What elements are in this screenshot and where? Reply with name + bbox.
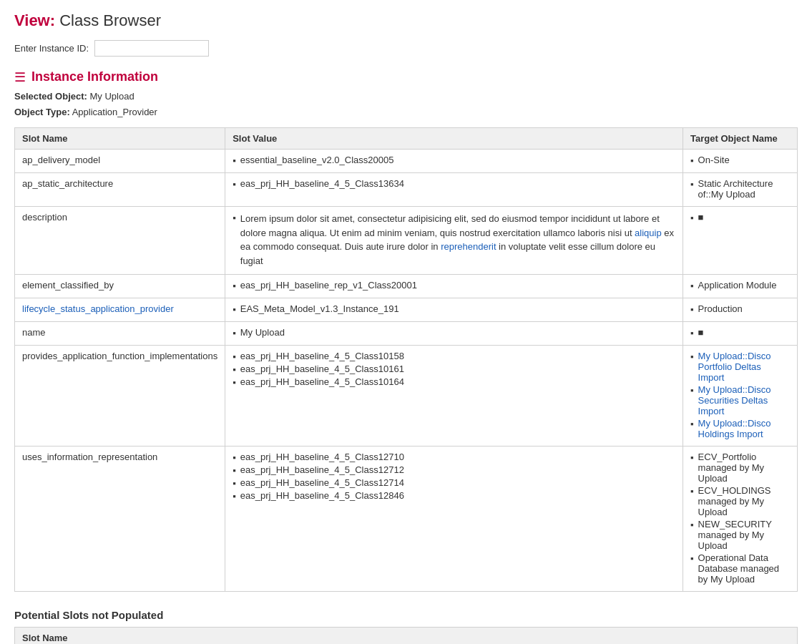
slot-name-cell: ap_static_architecture bbox=[15, 173, 225, 207]
list-item: eas_prj_HH_baseline_4_5_Class12712 bbox=[233, 464, 675, 476]
instance-id-label: Enter Instance ID: bbox=[14, 43, 89, 54]
slot-value-cell: eas_prj_HH_baseline_4_5_Class10158 eas_p… bbox=[225, 346, 683, 447]
section-header: ☰ Instance Information bbox=[14, 69, 798, 84]
list-item: My Upload::Disco Securities Deltas Impor… bbox=[690, 384, 790, 416]
slot-value-cell: My Upload bbox=[225, 322, 683, 346]
object-type-value: Application_Provider bbox=[72, 107, 157, 117]
slot-value-cell: eas_prj_HH_baseline_rep_v1_Class20001 bbox=[225, 275, 683, 298]
slot-name-cell: uses_information_representation bbox=[15, 447, 225, 592]
page-title: View: Class Browser bbox=[14, 11, 798, 30]
table-row: ap_static_architecture eas_prj_HH_baseli… bbox=[15, 173, 798, 207]
potential-section-title: Potential Slots not Populated bbox=[14, 609, 798, 621]
target-link[interactable]: My Upload::Disco Holdings Import bbox=[698, 418, 790, 439]
table-row: name My Upload ■ bbox=[15, 322, 798, 346]
col-slot-value: Slot Value bbox=[225, 128, 683, 150]
target-name-cell: ■ bbox=[683, 322, 798, 346]
target-name-cell: My Upload::Disco Portfolio Deltas Import… bbox=[683, 346, 798, 447]
list-item: eas_prj_HH_baseline_rep_v1_Class20001 bbox=[233, 280, 675, 291]
slot-name-cell: provides_application_function_implementa… bbox=[15, 346, 225, 447]
list-item: Production bbox=[690, 303, 790, 315]
list-item: EAS_Meta_Model_v1.3_Instance_191 bbox=[233, 303, 675, 315]
list-item: Lorem ipsum dolor sit amet, consectetur … bbox=[233, 212, 675, 268]
slot-value-cell: essential_baseline_v2.0_Class20005 bbox=[225, 150, 683, 173]
col-target-name: Target Object Name bbox=[683, 128, 798, 150]
list-item: eas_prj_HH_baseline_4_5_Class13634 bbox=[233, 178, 675, 190]
object-type-label: Object Type: bbox=[14, 107, 70, 117]
list-item: My Upload bbox=[233, 327, 675, 338]
list-item: My Upload::Disco Holdings Import bbox=[690, 418, 790, 439]
list-item: My Upload::Disco Portfolio Deltas Import bbox=[690, 351, 790, 383]
col-potential-slot-name: Slot Name bbox=[15, 628, 798, 644]
slot-value-cell: EAS_Meta_Model_v1.3_Instance_191 bbox=[225, 298, 683, 322]
col-slot-name: Slot Name bbox=[15, 128, 225, 150]
lifecycle-link[interactable]: lifecycle_status_application_provider bbox=[22, 303, 174, 314]
slot-value-cell: eas_prj_HH_baseline_4_5_Class12710 eas_p… bbox=[225, 447, 683, 592]
list-item: essential_baseline_v2.0_Class20005 bbox=[233, 155, 675, 166]
instance-id-input[interactable] bbox=[94, 40, 209, 57]
list-item: NEW_SECURITY managed by My Upload bbox=[690, 519, 790, 551]
target-link[interactable]: My Upload::Disco Portfolio Deltas Import bbox=[698, 351, 790, 383]
table-row: lifecycle_status_application_provider EA… bbox=[15, 298, 798, 322]
table-row: description Lorem ipsum dolor sit amet, … bbox=[15, 207, 798, 275]
target-name-cell: On-Site bbox=[683, 150, 798, 173]
list-item: ■ bbox=[690, 212, 790, 223]
list-item: On-Site bbox=[690, 155, 790, 166]
table-row: element_classified_by eas_prj_HH_baselin… bbox=[15, 275, 798, 298]
potential-table: Slot Name app_logical_contained_in_arch_… bbox=[14, 627, 798, 644]
target-name-cell: Application Module bbox=[683, 275, 798, 298]
slot-name-cell: description bbox=[15, 207, 225, 275]
list-item: ■ bbox=[690, 327, 790, 338]
list-item: Operational Data Database managed by My … bbox=[690, 552, 790, 585]
list-item: Static Architecture of::My Upload bbox=[690, 178, 790, 200]
selected-object-label: Selected Object: bbox=[14, 91, 87, 102]
slot-name-cell: element_classified_by bbox=[15, 275, 225, 298]
menu-icon: ☰ bbox=[14, 71, 26, 84]
object-info: Selected Object: My Upload Object Type: … bbox=[14, 89, 798, 120]
list-item: eas_prj_HH_baseline_4_5_Class12714 bbox=[233, 477, 675, 489]
list-item: ECV_HOLDINGS managed by My Upload bbox=[690, 485, 790, 517]
target-name-cell: ECV_Portfolio managed by My Upload ECV_H… bbox=[683, 447, 798, 592]
table-row: uses_information_representation eas_prj_… bbox=[15, 447, 798, 592]
slot-name-cell: lifecycle_status_application_provider bbox=[15, 298, 225, 322]
list-item: eas_prj_HH_baseline_4_5_Class10161 bbox=[233, 364, 675, 375]
list-item: eas_prj_HH_baseline_4_5_Class12846 bbox=[233, 490, 675, 502]
list-item: Application Module bbox=[690, 280, 790, 291]
object-type-row: Object Type: Application_Provider bbox=[14, 104, 798, 120]
list-item: eas_prj_HH_baseline_4_5_Class10158 bbox=[233, 351, 675, 362]
main-table: Slot Name Slot Value Target Object Name … bbox=[14, 127, 798, 592]
table-row: provides_application_function_implementa… bbox=[15, 346, 798, 447]
list-item: eas_prj_HH_baseline_4_5_Class10164 bbox=[233, 376, 675, 388]
target-name-cell: Static Architecture of::My Upload bbox=[683, 173, 798, 207]
target-link[interactable]: My Upload::Disco Securities Deltas Impor… bbox=[698, 384, 790, 416]
list-item: eas_prj_HH_baseline_4_5_Class12710 bbox=[233, 452, 675, 463]
selected-object-row: Selected Object: My Upload bbox=[14, 89, 798, 104]
selected-object-value: My Upload bbox=[90, 91, 134, 102]
slot-name-cell: name bbox=[15, 322, 225, 346]
target-name-cell: ■ bbox=[683, 207, 798, 275]
slot-value-cell: Lorem ipsum dolor sit amet, consectetur … bbox=[225, 207, 683, 275]
section-title: Instance Information bbox=[31, 69, 158, 84]
table-row: ap_delivery_model essential_baseline_v2.… bbox=[15, 150, 798, 173]
slot-name-cell: ap_delivery_model bbox=[15, 150, 225, 173]
table-header-row: Slot Name Slot Value Target Object Name bbox=[15, 128, 798, 150]
slot-value-cell: eas_prj_HH_baseline_4_5_Class13634 bbox=[225, 173, 683, 207]
instance-id-row: Enter Instance ID: bbox=[14, 40, 798, 57]
potential-header-row: Slot Name bbox=[15, 628, 798, 644]
list-item: ECV_Portfolio managed by My Upload bbox=[690, 452, 790, 484]
target-name-cell: Production bbox=[683, 298, 798, 322]
